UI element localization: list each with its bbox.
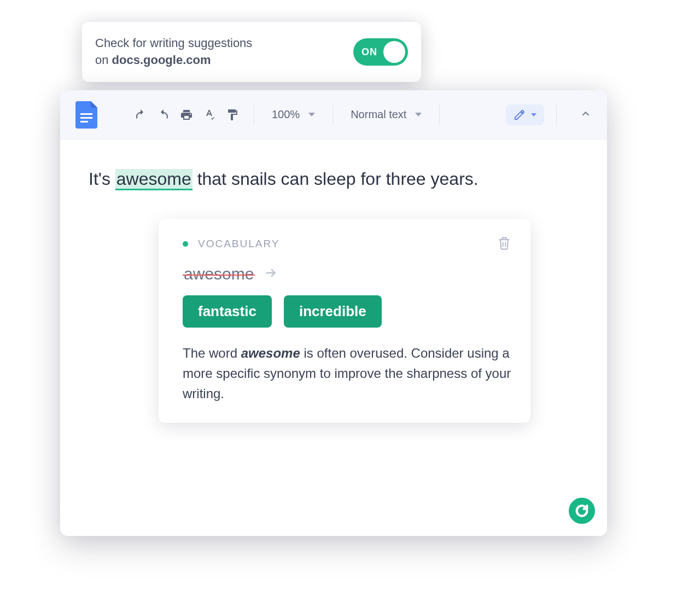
suggestion-category: VOCABULARY (198, 238, 280, 250)
original-word: awesome (184, 265, 254, 283)
svg-rect-2 (80, 121, 88, 123)
toolbar-separator (332, 105, 333, 125)
redo-button[interactable] (154, 106, 173, 124)
toggle-state-label: ON (361, 46, 377, 58)
svg-rect-1 (80, 117, 92, 119)
document-body[interactable]: It's awesome that snails can sleep for t… (60, 139, 607, 536)
settings-line2-prefix: on (95, 53, 112, 67)
trash-icon (497, 235, 512, 250)
sentence-prefix: It's (89, 169, 115, 189)
card-header-left: VOCABULARY (183, 238, 280, 250)
toolbar-separator (556, 105, 557, 125)
chevron-up-icon (580, 108, 592, 120)
pencil-icon (514, 109, 526, 121)
chevron-down-icon (308, 113, 315, 116)
toolbar-separator (439, 105, 440, 125)
collapse-toolbar-button[interactable] (580, 108, 592, 122)
undo-button[interactable] (131, 106, 150, 124)
sentence-suffix: that snails can sleep for three years. (192, 169, 479, 189)
explanation-word: awesome (241, 346, 300, 360)
zoom-value: 100% (272, 108, 300, 121)
arrow-right-icon (264, 266, 278, 282)
chevron-down-icon (531, 113, 536, 116)
svg-rect-0 (80, 113, 92, 115)
explanation-prefix: The word (183, 346, 241, 360)
docs-window: 100% Normal text It's awesome that snail… (60, 90, 607, 536)
grammarly-icon (574, 503, 590, 518)
spellcheck-button[interactable] (200, 106, 219, 124)
settings-line1: Check for writing suggestions (95, 36, 252, 50)
settings-domain: docs.google.com (112, 53, 211, 67)
original-word-row: awesome (183, 265, 512, 283)
chevron-down-icon (415, 113, 422, 116)
suggestion-card: VOCABULARY awesome fantastic (159, 219, 530, 423)
dismiss-suggestion-button[interactable] (497, 235, 512, 253)
suggestions-toggle[interactable]: ON (353, 38, 408, 66)
suggestion-chips: fantastic incredible (183, 295, 512, 328)
print-button[interactable] (177, 106, 196, 124)
style-value: Normal text (351, 108, 406, 121)
docs-toolbar: 100% Normal text (60, 90, 607, 139)
category-dot-icon (183, 241, 188, 247)
editing-mode-button[interactable] (506, 104, 544, 125)
toolbar-separator (254, 105, 254, 125)
grammarly-badge-button[interactable] (569, 498, 595, 524)
suggestion-chip-incredible[interactable]: incredible (284, 295, 382, 328)
docs-logo-icon (75, 101, 97, 129)
suggestion-chip-fantastic[interactable]: fantastic (183, 295, 272, 328)
extension-settings-card: Check for writing suggestions on docs.go… (82, 22, 421, 82)
paragraph-style-dropdown[interactable]: Normal text (345, 108, 427, 121)
explanation-text: The word awesome is often overused. Cons… (183, 343, 512, 404)
document-text: It's awesome that snails can sleep for t… (89, 166, 579, 192)
toggle-knob (383, 41, 405, 63)
highlighted-word[interactable]: awesome (115, 169, 192, 190)
card-header: VOCABULARY (183, 235, 512, 253)
settings-text: Check for writing suggestions on docs.go… (95, 35, 252, 69)
zoom-dropdown[interactable]: 100% (266, 108, 320, 121)
paint-format-button[interactable] (223, 106, 242, 124)
